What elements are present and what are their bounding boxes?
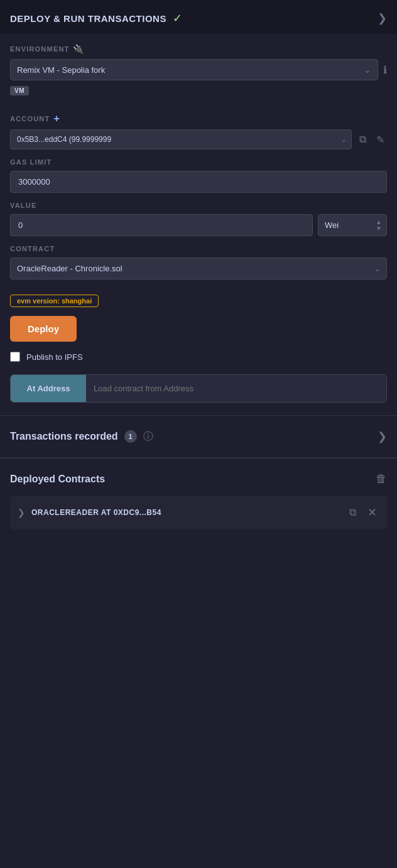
contract-select-wrap: OracleReader - Chronicle.sol ⌄ xyxy=(10,258,387,279)
account-section: ACCOUNT + 0x5B3...eddC4 (99.9999999 ⌄ ⧉ … xyxy=(10,113,387,149)
table-row: ❯ ORACLEREADER AT 0XDC9...B54 ⧉ ✕ xyxy=(10,496,387,529)
transactions-count-badge: 1 xyxy=(124,430,137,443)
account-edit-button[interactable]: ✎ xyxy=(374,131,387,148)
at-address-row: At Address xyxy=(10,374,387,403)
value-section: VALUE 0 WeiGweiFinneyEther ▲ ▼ xyxy=(10,202,387,236)
environment-label: ENVIRONMENT 🔌 xyxy=(10,44,387,54)
deployed-contracts-section: Deployed Contracts 🗑 ❯ ORACLEREADER AT 0… xyxy=(0,458,397,529)
transactions-info-icon[interactable]: ⓘ xyxy=(143,430,153,443)
gas-limit-label: GAS LIMIT xyxy=(10,158,387,166)
unit-select-wrap: WeiGweiFinneyEther ▲ ▼ xyxy=(318,214,387,236)
transactions-chevron-icon[interactable]: ❯ xyxy=(378,430,387,443)
environment-select[interactable]: Remix VM - Sepolia forkRemix VM (London)… xyxy=(17,65,364,75)
header-arrow-icon[interactable]: ❯ xyxy=(378,11,387,25)
page-title: DEPLOY & RUN TRANSACTIONS xyxy=(10,13,166,24)
contract-section: CONTRACT OracleReader - Chronicle.sol ⌄ xyxy=(10,245,387,279)
environment-section: ENVIRONMENT 🔌 Remix VM - Sepolia forkRem… xyxy=(10,44,387,104)
contract-label: CONTRACT xyxy=(10,245,387,252)
gas-limit-input[interactable]: 3000000 xyxy=(10,171,387,193)
account-select-wrap: 0x5B3...eddC4 (99.9999999 ⌄ xyxy=(10,129,352,149)
evm-badge: evm version: shanghai xyxy=(10,295,99,307)
deployed-header: Deployed Contracts 🗑 xyxy=(10,472,387,486)
account-label: ACCOUNT + xyxy=(10,113,387,124)
unit-select[interactable]: WeiGweiFinneyEther xyxy=(318,214,387,236)
publish-ipfs-row: Publish to IPFS xyxy=(10,352,387,362)
at-address-button[interactable]: At Address xyxy=(11,375,86,402)
plug-icon: 🔌 xyxy=(73,44,84,54)
value-input[interactable]: 0 xyxy=(10,214,313,236)
contract-close-button[interactable]: ✕ xyxy=(365,504,379,521)
publish-ipfs-label: Publish to IPFS xyxy=(26,352,83,362)
transactions-recorded-section[interactable]: Transactions recorded 1 ⓘ ❯ xyxy=(0,416,397,458)
deployed-contracts-title: Deployed Contracts xyxy=(10,474,105,485)
transactions-recorded-title: Transactions recorded xyxy=(10,431,118,442)
environment-select-box[interactable]: Remix VM - Sepolia forkRemix VM (London)… xyxy=(10,59,378,80)
publish-ipfs-checkbox[interactable] xyxy=(10,352,20,362)
contract-copy-button[interactable]: ⧉ xyxy=(347,506,359,519)
environment-info-icon[interactable]: ℹ xyxy=(383,64,387,76)
at-address-input[interactable] xyxy=(86,375,386,402)
value-label: VALUE xyxy=(10,202,387,209)
deploy-button[interactable]: Deploy xyxy=(10,316,77,342)
header-left: DEPLOY & RUN TRANSACTIONS ✓ xyxy=(10,11,182,25)
trash-icon[interactable]: 🗑 xyxy=(376,472,387,486)
gas-limit-section: GAS LIMIT 3000000 xyxy=(10,158,387,193)
environment-chevron-icon: ⌄ xyxy=(364,65,371,75)
vm-badge: VM xyxy=(10,86,29,95)
transactions-left: Transactions recorded 1 ⓘ xyxy=(10,430,153,443)
check-icon: ✓ xyxy=(173,11,182,25)
account-copy-button[interactable]: ⧉ xyxy=(357,131,369,148)
value-row: 0 WeiGweiFinneyEther ▲ ▼ xyxy=(10,214,387,236)
main-content: ENVIRONMENT 🔌 Remix VM - Sepolia forkRem… xyxy=(0,34,397,403)
account-row: 0x5B3...eddC4 (99.9999999 ⌄ ⧉ ✎ xyxy=(10,129,387,149)
contract-address-label: ORACLEREADER AT 0XDC9...B54 xyxy=(31,508,340,517)
environment-select-row: Remix VM - Sepolia forkRemix VM (London)… xyxy=(10,59,387,80)
contract-expand-icon[interactable]: ❯ xyxy=(18,507,25,518)
contract-select[interactable]: OracleReader - Chronicle.sol xyxy=(10,258,387,279)
account-select[interactable]: 0x5B3...eddC4 (99.9999999 xyxy=(10,129,352,149)
header: DEPLOY & RUN TRANSACTIONS ✓ ❯ xyxy=(0,0,397,34)
account-plus-icon[interactable]: + xyxy=(53,113,60,124)
